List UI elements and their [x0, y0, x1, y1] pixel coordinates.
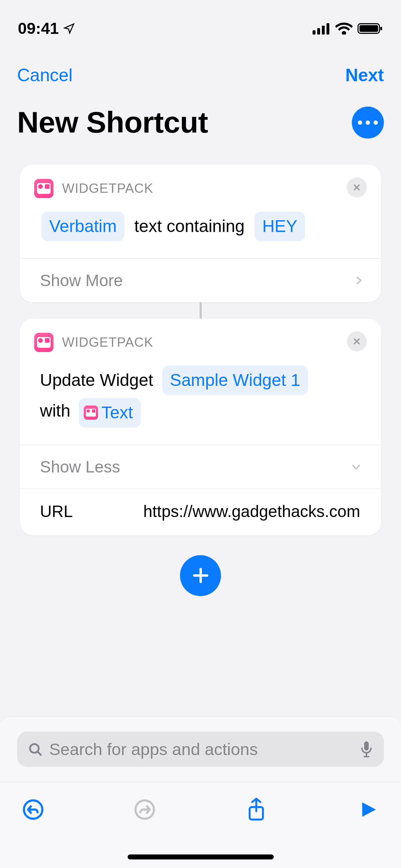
location-icon [63, 22, 75, 35]
status-time: 09:41 [18, 19, 59, 38]
widgetpack-app-icon [34, 333, 53, 352]
status-bar: 09:41 [0, 0, 401, 43]
close-icon [352, 337, 361, 346]
close-icon [352, 183, 361, 192]
svg-rect-6 [380, 27, 382, 30]
search-panel: Search for apps and actions [0, 716, 401, 782]
wifi-icon [335, 22, 353, 35]
battery-icon [358, 22, 383, 35]
share-button[interactable] [244, 797, 269, 822]
action-text: with [40, 401, 70, 420]
home-indicator [128, 854, 274, 859]
search-placeholder: Search for apps and actions [49, 739, 353, 759]
show-less-label: Show Less [40, 457, 120, 476]
play-icon [358, 799, 377, 820]
action-connector [200, 302, 202, 319]
svg-rect-1 [317, 28, 320, 35]
show-more-row[interactable]: Show More [20, 259, 381, 302]
undo-icon [22, 799, 44, 821]
run-button[interactable] [355, 797, 380, 822]
widgetpack-app-icon [34, 179, 53, 198]
action-description: Verbatim text containing HEY [20, 198, 381, 258]
cellular-icon [313, 22, 330, 35]
more-options-button[interactable] [352, 107, 384, 139]
redo-icon [134, 799, 156, 821]
status-indicators [313, 22, 383, 35]
action-card: WIDGETPACK Verbatim text containing HEY … [20, 165, 381, 302]
token-content-label: Text [102, 400, 133, 426]
token-widget[interactable]: Sample Widget 1 [162, 366, 308, 395]
undo-button[interactable] [21, 797, 46, 822]
action-text: text containing [134, 217, 245, 236]
svg-rect-3 [327, 23, 329, 35]
param-key: URL [40, 502, 129, 521]
svg-line-8 [38, 752, 41, 755]
status-time-group: 09:41 [18, 19, 75, 38]
redo-button [132, 797, 157, 822]
action-app-label: WIDGETPACK [62, 335, 153, 350]
token-value[interactable]: HEY [255, 212, 305, 241]
token-mode[interactable]: Verbatim [41, 212, 124, 241]
next-button[interactable]: Next [345, 65, 384, 86]
actions-list: WIDGETPACK Verbatim text containing HEY … [0, 140, 401, 596]
svg-rect-2 [322, 26, 325, 35]
search-input[interactable]: Search for apps and actions [17, 732, 384, 767]
plus-icon [191, 566, 210, 585]
search-icon [28, 742, 43, 757]
cancel-button[interactable]: Cancel [17, 65, 73, 86]
page-title: New Shortcut [17, 105, 208, 140]
chevron-right-icon [353, 273, 364, 288]
share-icon [246, 797, 266, 822]
svg-rect-0 [313, 30, 315, 35]
remove-action-button[interactable] [347, 331, 367, 351]
add-action-button[interactable] [180, 555, 221, 596]
show-less-row[interactable]: Show Less [20, 445, 381, 489]
svg-rect-5 [360, 25, 378, 32]
widgetpack-app-icon [84, 405, 98, 420]
dictation-icon[interactable] [360, 741, 373, 758]
ellipsis-icon [358, 120, 378, 125]
show-more-label: Show More [40, 271, 123, 290]
title-row: New Shortcut [0, 86, 401, 140]
action-header: WIDGETPACK [20, 165, 381, 198]
chevron-down-icon [348, 461, 364, 472]
param-row-url[interactable]: URL https://www.gadgethacks.com [20, 489, 381, 535]
token-content[interactable]: Text [79, 398, 141, 428]
param-value: https://www.gadgethacks.com [143, 502, 364, 521]
nav-bar: Cancel Next [0, 43, 401, 86]
action-text: Update Widget [40, 371, 153, 389]
action-app-label: WIDGETPACK [62, 181, 153, 196]
remove-action-button[interactable] [347, 177, 367, 197]
action-header: WIDGETPACK [20, 319, 381, 352]
action-description: Update Widget Sample Widget 1 with Text [20, 352, 381, 445]
action-card: WIDGETPACK Update Widget Sample Widget 1… [20, 319, 381, 535]
svg-rect-9 [364, 741, 369, 750]
